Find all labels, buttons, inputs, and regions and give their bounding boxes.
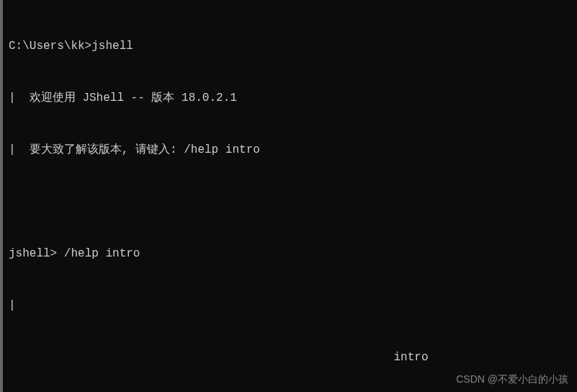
welcome-text: | 欢迎使用 JShell -- 版本 18.0.2.1 (9, 89, 571, 107)
user-command: /help intro (64, 247, 140, 260)
watermark: CSDN @不爱小白的小孩 (456, 373, 568, 386)
jshell-prompt-line: jshell> /help intro (9, 245, 571, 262)
blank-pipe: | (9, 297, 571, 314)
blank-line (9, 193, 571, 210)
cmd-prompt: C:\Users\kk> (9, 40, 91, 53)
terminal-output[interactable]: C:\Users\kk>jshell | 欢迎使用 JShell -- 版本 1… (0, 0, 577, 392)
cmd-input: jshell (91, 40, 133, 53)
jshell-prompt: jshell> (9, 247, 57, 260)
command-prompt-line: C:\Users\kk>jshell (9, 37, 571, 55)
hint-text: | 要大致了解该版本, 请键入: /help intro (9, 141, 571, 159)
intro-title: intro (9, 349, 571, 366)
